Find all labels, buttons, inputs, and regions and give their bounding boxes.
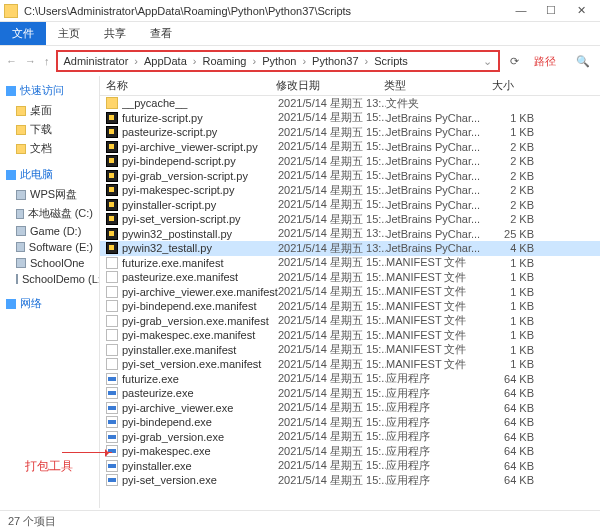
file-date: 2021/5/14 星期五 15:... — [278, 429, 386, 444]
path-annotation: 路径 — [534, 54, 556, 69]
drive-icon — [16, 242, 25, 252]
sidebar-item[interactable]: 本地磁盘 (C:) — [2, 204, 97, 223]
file-name: pasteurize-script.py — [122, 126, 278, 138]
file-row[interactable]: pyi-bindepend-script.py2021/5/14 星期五 15:… — [100, 154, 600, 169]
up-icon[interactable]: ↑ — [44, 55, 50, 67]
col-type[interactable]: 类型 — [384, 78, 492, 93]
file-date: 2021/5/14 星期五 15:... — [278, 299, 386, 314]
file-size: 64 KB — [494, 373, 534, 385]
crumb[interactable]: Roaming — [202, 55, 246, 67]
file-type: JetBrains PyChar... — [386, 170, 494, 182]
crumb[interactable]: Administrator — [64, 55, 129, 67]
star-icon — [6, 86, 16, 96]
sidebar-item[interactable]: SchoolOne — [2, 255, 97, 271]
maximize-button[interactable]: ☐ — [536, 4, 566, 17]
file-row[interactable]: pywin32_testall.py2021/5/14 星期五 13:...Je… — [100, 241, 600, 256]
search-icon[interactable]: 🔍 — [562, 55, 590, 68]
file-row[interactable]: futurize-script.py2021/5/14 星期五 15:...Je… — [100, 111, 600, 126]
file-size: 64 KB — [494, 474, 534, 486]
forward-icon[interactable]: → — [25, 55, 36, 67]
file-size: 2 KB — [494, 184, 534, 196]
tab-view[interactable]: 查看 — [138, 22, 184, 45]
file-date: 2021/5/14 星期五 15:... — [278, 197, 386, 212]
file-row[interactable]: pyi-grab_version.exe2021/5/14 星期五 15:...… — [100, 430, 600, 445]
close-button[interactable]: ✕ — [566, 4, 596, 17]
file-row[interactable]: pyi-archive_viewer-script.py2021/5/14 星期… — [100, 140, 600, 155]
file-row[interactable]: pasteurize.exe.manifest2021/5/14 星期五 15:… — [100, 270, 600, 285]
file-row[interactable]: pyinstaller.exe.manifest2021/5/14 星期五 15… — [100, 343, 600, 358]
minimize-button[interactable]: — — [506, 4, 536, 17]
file-row[interactable]: pyi-archive_viewer.exe.manifest2021/5/14… — [100, 285, 600, 300]
crumb[interactable]: Scripts — [374, 55, 408, 67]
file-type: JetBrains PyChar... — [386, 126, 494, 138]
file-row[interactable]: pyi-makespec.exe2021/5/14 星期五 15:...应用程序… — [100, 444, 600, 459]
sidebar-item[interactable]: WPS网盘 — [2, 185, 97, 204]
col-date[interactable]: 修改日期 — [276, 78, 384, 93]
file-type: JetBrains PyChar... — [386, 112, 494, 124]
sidebar-item[interactable]: SchoolDemo (L:) — [2, 271, 97, 287]
file-row[interactable]: pyinstaller.exe2021/5/14 星期五 15:...应用程序6… — [100, 459, 600, 474]
file-row[interactable]: pyi-set_version.exe2021/5/14 星期五 15:...应… — [100, 473, 600, 488]
file-row[interactable]: pyinstaller-script.py2021/5/14 星期五 15:..… — [100, 198, 600, 213]
col-size[interactable]: 大小 — [492, 78, 532, 93]
nav-row: ← → ↑ Administrator› AppData› Roaming› P… — [0, 46, 600, 76]
file-row[interactable]: futurize.exe.manifest2021/5/14 星期五 15:..… — [100, 256, 600, 271]
file-type: 应用程序 — [386, 371, 494, 386]
tab-file[interactable]: 文件 — [0, 22, 46, 45]
txt-icon — [106, 300, 118, 312]
file-size: 1 KB — [494, 315, 534, 327]
file-type: 应用程序 — [386, 444, 494, 459]
chevron-down-icon[interactable]: ⌄ — [483, 55, 492, 68]
file-row[interactable]: futurize.exe2021/5/14 星期五 15:...应用程序64 K… — [100, 372, 600, 387]
file-date: 2021/5/14 星期五 15:... — [278, 328, 386, 343]
folder-icon — [16, 106, 26, 116]
file-row[interactable]: pywin32_postinstall.py2021/5/14 星期五 13:.… — [100, 227, 600, 242]
file-type: JetBrains PyChar... — [386, 213, 494, 225]
file-size: 4 KB — [494, 242, 534, 254]
sidebar-item[interactable]: Software (E:) — [2, 239, 97, 255]
crumb[interactable]: Python37 — [312, 55, 358, 67]
file-row[interactable]: __pycache__2021/5/14 星期五 13:...文件夹 — [100, 96, 600, 111]
sidebar-item[interactable]: Game (D:) — [2, 223, 97, 239]
file-name: pyi-makespec.exe.manifest — [122, 329, 278, 341]
sidebar-thispc[interactable]: 此电脑 — [2, 164, 97, 185]
back-icon[interactable]: ← — [6, 55, 17, 67]
txt-icon — [106, 358, 118, 370]
file-size: 1 KB — [494, 257, 534, 269]
file-row[interactable]: pyi-set_version.exe.manifest2021/5/14 星期… — [100, 357, 600, 372]
file-name: pyinstaller.exe — [122, 460, 278, 472]
file-row[interactable]: pasteurize.exe2021/5/14 星期五 15:...应用程序64… — [100, 386, 600, 401]
file-row[interactable]: pyi-bindepend.exe.manifest2021/5/14 星期五 … — [100, 299, 600, 314]
file-type: JetBrains PyChar... — [386, 199, 494, 211]
tab-share[interactable]: 共享 — [92, 22, 138, 45]
sidebar-quick-access[interactable]: 快速访问 — [2, 80, 97, 101]
file-name: pyi-archive_viewer.exe — [122, 402, 278, 414]
file-row[interactable]: pyi-set_version-script.py2021/5/14 星期五 1… — [100, 212, 600, 227]
file-name: pyi-bindepend.exe.manifest — [122, 300, 278, 312]
crumb[interactable]: AppData — [144, 55, 187, 67]
crumb[interactable]: Python — [262, 55, 296, 67]
file-date: 2021/5/14 星期五 15:... — [278, 400, 386, 415]
file-row[interactable]: pyi-makespec-script.py2021/5/14 星期五 15:.… — [100, 183, 600, 198]
file-date: 2021/5/14 星期五 15:... — [278, 154, 386, 169]
file-row[interactable]: pasteurize-script.py2021/5/14 星期五 15:...… — [100, 125, 600, 140]
file-row[interactable]: pyi-grab_version-script.py2021/5/14 星期五 … — [100, 169, 600, 184]
refresh-icon[interactable]: ⟳ — [504, 55, 524, 68]
file-type: JetBrains PyChar... — [386, 155, 494, 167]
file-row[interactable]: pyi-makespec.exe.manifest2021/5/14 星期五 1… — [100, 328, 600, 343]
file-row[interactable]: pyi-bindepend.exe2021/5/14 星期五 15:...应用程… — [100, 415, 600, 430]
breadcrumb[interactable]: Administrator› AppData› Roaming› Python›… — [56, 50, 501, 72]
file-row[interactable]: pyi-archive_viewer.exe2021/5/14 星期五 15:.… — [100, 401, 600, 416]
tab-home[interactable]: 主页 — [46, 22, 92, 45]
file-name: pywin32_testall.py — [122, 242, 278, 254]
file-size: 2 KB — [494, 155, 534, 167]
file-date: 2021/5/14 星期五 13:... — [278, 241, 386, 256]
sidebar-item[interactable]: 桌面 — [2, 101, 97, 120]
file-date: 2021/5/14 星期五 15:... — [278, 415, 386, 430]
exe-icon — [106, 387, 118, 399]
sidebar-item[interactable]: 下载 — [2, 120, 97, 139]
sidebar-item[interactable]: 文档 — [2, 139, 97, 158]
file-row[interactable]: pyi-grab_version.exe.manifest2021/5/14 星… — [100, 314, 600, 329]
sidebar-network[interactable]: 网络 — [2, 293, 97, 314]
col-name[interactable]: 名称 — [106, 78, 276, 93]
